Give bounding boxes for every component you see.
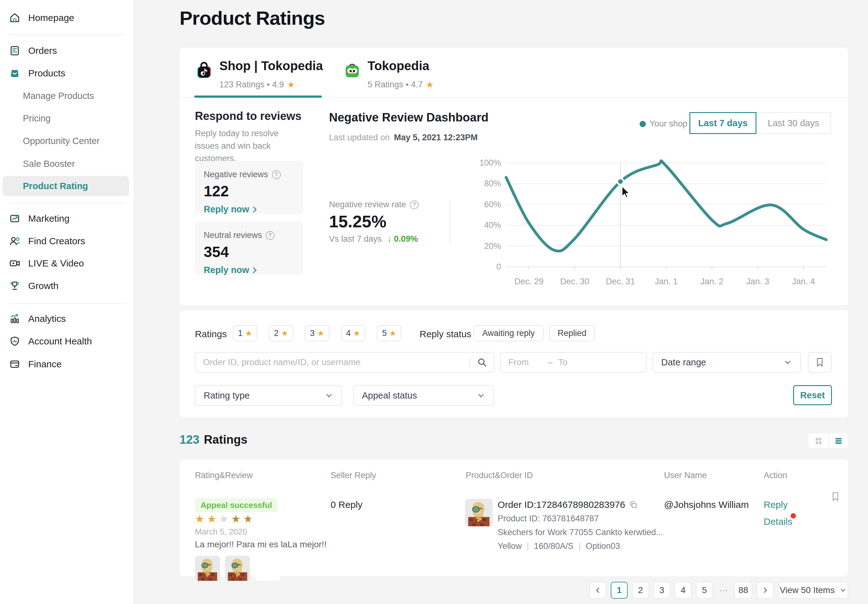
sidebar-item-products[interactable]: Products [9, 63, 65, 83]
chevron-down-icon [839, 587, 847, 594]
last-7-days-button[interactable]: Last 7 days [690, 112, 756, 134]
chevron-left-icon [594, 587, 601, 594]
sidebar-item-product-rating[interactable]: Product Rating [23, 176, 88, 196]
page-button-3[interactable]: 3 [653, 582, 670, 599]
date-range-select[interactable]: Date range [653, 352, 801, 372]
svg-text:Jan. 4: Jan. 4 [792, 277, 815, 286]
vs-label: Vs last 7 days [329, 234, 382, 244]
orders-icon [9, 45, 21, 57]
bookmark-row-icon[interactable] [831, 491, 840, 502]
reply-action-link[interactable]: Reply [764, 499, 788, 510]
replied-chip[interactable]: Replied [549, 325, 595, 341]
active-tab-underline [194, 96, 322, 98]
chevron-down-icon [477, 391, 485, 400]
marketing-icon [9, 213, 21, 224]
sidebar-divider [9, 303, 126, 304]
search-icon[interactable] [477, 357, 487, 367]
review-text: La mejor!! Para mi es laLa mejor!! [195, 539, 327, 550]
svg-text:40%: 40% [484, 221, 501, 230]
help-icon[interactable]: ? [272, 170, 281, 179]
svg-text:Dec. 31: Dec. 31 [606, 277, 635, 286]
svg-text:Dec. 30: Dec. 30 [560, 277, 589, 286]
rate-value: 15.25% [329, 212, 386, 231]
details-action-link[interactable]: Details [764, 516, 792, 527]
finance-icon [9, 358, 21, 370]
sidebar-item-live-video[interactable]: LIVE & Video [9, 253, 84, 273]
neutral-reviews-card: Neutral reviews? 354 Reply now [195, 222, 303, 275]
col-action: Action [764, 471, 787, 480]
sidebar-item-account-health[interactable]: Account Health [9, 331, 92, 351]
sidebar-item-find-creators[interactable]: Find Creators [9, 231, 85, 251]
help-icon[interactable]: ? [266, 231, 274, 240]
list-header: 123 Ratings [180, 433, 248, 446]
page-button-2[interactable]: 2 [632, 582, 649, 599]
search-input[interactable] [195, 357, 470, 367]
page-button-5[interactable]: 5 [696, 582, 713, 599]
page-button-88[interactable]: 88 [734, 582, 752, 599]
sidebar-item-manage-products[interactable]: Manage Products [23, 86, 94, 106]
rating-chip-3[interactable]: 3★ [305, 325, 329, 341]
dashboard-title: Negative Review Dashboard [329, 111, 488, 124]
review-photo[interactable] [225, 556, 250, 581]
review-photo[interactable] [195, 556, 220, 581]
neutral-reply-now-link[interactable]: Reply now [204, 265, 294, 275]
sidebar-item-label: Marketing [28, 213, 70, 224]
page-button-4[interactable]: 4 [675, 582, 691, 599]
negative-review-rate-chart: 100%80%60%40%20%0Dec. 29Dec. 30Dec. 31Ja… [478, 156, 829, 288]
tab-shop-tokopedia[interactable]: Shop | Tokopedia [219, 59, 323, 73]
tab-tokopedia[interactable]: Tokopedia [367, 59, 429, 73]
star-icon: ★ [389, 329, 396, 338]
negative-reviews-count: 122 [204, 182, 294, 200]
reply-status-chips: Awaiting reply Replied [473, 325, 595, 341]
seller-reply-count: 0 Reply [330, 499, 363, 510]
star-icon: ★ [317, 329, 324, 338]
help-icon[interactable]: ? [410, 201, 418, 209]
awaiting-reply-chip[interactable]: Awaiting reply [473, 325, 544, 341]
page-size-select[interactable]: View 50 Items [778, 582, 848, 599]
sidebar-item-finance[interactable]: Finance [9, 354, 62, 374]
product-thumbnail[interactable] [465, 499, 493, 526]
next-page-button[interactable] [757, 582, 774, 599]
tokopedia-icon [343, 60, 362, 80]
saved-filters-button[interactable] [808, 352, 832, 372]
appeal-status-select[interactable]: Appeal status [353, 385, 494, 406]
page-button-1[interactable]: 1 [611, 582, 628, 599]
sidebar-item-marketing[interactable]: Marketing [9, 209, 70, 229]
sidebar-item-orders[interactable]: Orders [9, 41, 57, 61]
negative-reviews-card: Negative reviews? 122 Reply now [195, 161, 303, 214]
reply-status-label: Reply status [420, 329, 471, 340]
star-icon: ★ [281, 329, 288, 338]
sidebar-item-analytics[interactable]: Analytics [9, 309, 66, 329]
date-from-input[interactable] [501, 357, 548, 367]
review-photos [195, 556, 280, 581]
sidebar-item-label: Orders [28, 45, 57, 56]
sidebar-item-pricing[interactable]: Pricing [23, 108, 51, 128]
col-product-order-id: Product&Order ID [466, 471, 533, 480]
rating-chip-5[interactable]: 5★ [377, 325, 401, 341]
order-id-row: Order ID:17284678980283976 [498, 499, 638, 510]
product-id: Product ID: 763781648787 [498, 514, 599, 524]
sidebar-item-homepage[interactable]: Homepage [9, 8, 74, 28]
list-view-button[interactable] [829, 433, 849, 448]
user-name: @Johsjohns William [664, 499, 749, 510]
rating-chip-2[interactable]: 2★ [269, 325, 293, 341]
rating-chip-1[interactable]: 1★ [233, 325, 257, 341]
negative-reply-now-link[interactable]: Reply now [204, 204, 294, 215]
rating-type-select[interactable]: Rating type [195, 385, 342, 406]
reset-button[interactable]: Reset [793, 385, 832, 405]
last-30-days-button[interactable]: Last 30 days [756, 112, 831, 134]
page-title: Product Ratings [180, 7, 325, 29]
prev-page-button[interactable] [589, 582, 606, 599]
live-video-icon [9, 257, 21, 269]
legend-label: Your shop [649, 119, 688, 129]
tab-tokopedia-stats: 5 Ratings • 4.7★ [367, 80, 434, 90]
rating-chip-4[interactable]: 4★ [341, 325, 365, 341]
find-creators-icon [9, 235, 21, 247]
sidebar-item-sale-booster[interactable]: Sale Booster [23, 154, 75, 174]
sidebar-item-growth[interactable]: Growth [9, 276, 59, 296]
ratings-table-card: Rating&Review Seller Reply Product&Order… [180, 459, 848, 576]
sidebar-item-opportunity-center[interactable]: Opportunity Center [23, 131, 100, 151]
copy-icon[interactable] [629, 501, 638, 509]
pagination-ellipsis: ··· [717, 582, 730, 599]
grid-view-button[interactable] [809, 433, 829, 448]
